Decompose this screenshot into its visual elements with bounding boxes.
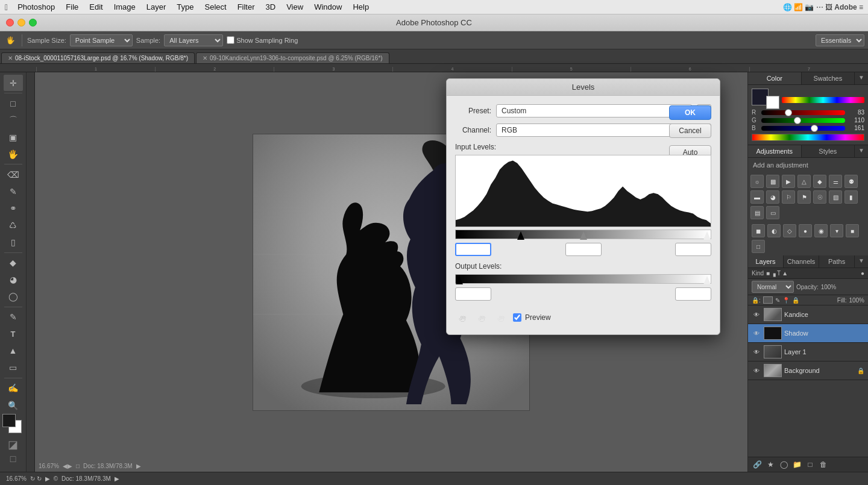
colorlookup-adj-icon[interactable]: ⚑ (797, 190, 811, 204)
move-tool[interactable]: ✛ (4, 75, 23, 91)
layer-item-shadow[interactable]: 👁 Shadow (748, 324, 868, 343)
minimize-button[interactable] (17, 19, 25, 27)
menu-select[interactable]: Select (200, 1, 231, 13)
tab-paths[interactable]: Paths (819, 255, 855, 268)
output-white-field[interactable]: 255 (675, 287, 711, 301)
eye-icon-kandice[interactable]: 👁 (752, 310, 761, 319)
blur-tool[interactable]: ◕ (4, 272, 23, 288)
blend-mode-select[interactable]: Normal Multiply (752, 281, 794, 293)
delete-layer-btn[interactable]: 🗑 (818, 459, 829, 470)
blue-slider-track[interactable] (761, 126, 845, 131)
eye-icon-shadow[interactable]: 👁 (752, 328, 761, 338)
sampling-ring-checkbox[interactable] (227, 36, 234, 44)
zoom-tool[interactable]: 🔍 (4, 397, 23, 413)
adj-2-2-icon[interactable]: ◐ (767, 224, 781, 237)
show-sampling-ring-toggle[interactable]: Show Sampling Ring (227, 36, 298, 44)
eyedropper-tool[interactable]: 🖐 (4, 146, 23, 162)
menu-layer[interactable]: Layer (142, 1, 171, 13)
menu-photoshop[interactable]: Photoshop (13, 1, 60, 13)
threshold-adj-icon[interactable]: ▮ (844, 190, 858, 204)
gradient-tool[interactable]: ◆ (4, 255, 23, 271)
bg-color-display[interactable] (766, 96, 779, 109)
eye-icon-layer1[interactable]: 👁 (752, 347, 761, 357)
add-mask-btn[interactable]: ◯ (778, 459, 789, 470)
input-black-field[interactable]: 253 (455, 243, 491, 256)
exposure-adj-icon[interactable]: △ (797, 175, 811, 188)
adj-2-8-icon[interactable]: □ (752, 240, 765, 253)
tab-1[interactable]: ✕ 08-iStock_000011057163Large.psd @ 16.7… (1, 52, 195, 63)
close-button[interactable] (6, 19, 14, 27)
color-ramp[interactable] (752, 134, 864, 141)
tab-channels[interactable]: Channels (784, 255, 819, 268)
crop-tool[interactable]: ▣ (4, 129, 23, 145)
vibrance-adj-icon[interactable]: ◆ (813, 175, 826, 188)
workspace-select[interactable]: Essentials (816, 34, 864, 46)
curves-adj-icon[interactable]: ▶ (782, 175, 795, 188)
lasso-tool[interactable]: ⌒ (4, 112, 23, 128)
dodge-tool[interactable]: ◯ (4, 289, 23, 305)
eyedropper-gray-button[interactable]: 🖑 (474, 311, 489, 326)
new-layer-btn[interactable]: □ (805, 459, 816, 470)
adj-2-3-icon[interactable]: ◇ (783, 224, 796, 237)
output-black-slider[interactable] (456, 276, 463, 284)
healing-tool[interactable]: ⌫ (4, 166, 23, 183)
selectivecolor-adj-icon[interactable]: ▤ (750, 206, 764, 219)
adj-panel-expand[interactable]: ▼ (855, 145, 868, 157)
menu-file[interactable]: File (61, 1, 83, 13)
filter-type-icon[interactable]: T (777, 270, 781, 277)
screen-mode-icon[interactable]: □ (10, 454, 16, 465)
tab-adjustments[interactable]: Adjustments (748, 145, 802, 157)
layers-panel-expand[interactable]: ▼ (855, 255, 868, 268)
output-gradient-bar[interactable] (455, 274, 711, 284)
bw-adj-icon[interactable]: ▬ (750, 190, 764, 204)
menu-window[interactable]: Window (309, 1, 347, 13)
hsl-adj-icon[interactable]: ⚌ (829, 175, 842, 188)
red-slider-track[interactable] (761, 110, 845, 115)
eyedropper-white-button[interactable]: 🖑 (494, 311, 508, 326)
input-gamma-field[interactable]: 1.00 (565, 243, 602, 256)
history-tool[interactable]: ♺ (4, 217, 23, 233)
layer-item-kandice[interactable]: 👁 Kandice (748, 305, 868, 324)
gradientmap-adj-icon[interactable]: ▭ (766, 206, 779, 219)
tab-color[interactable]: Color (748, 72, 802, 84)
colorbalance-adj-icon[interactable]: ⚉ (844, 175, 858, 188)
green-slider-track[interactable] (761, 118, 845, 123)
layer-item-background[interactable]: 👁 Background 🔒 (748, 361, 868, 380)
quick-mask-icon[interactable]: ◪ (8, 438, 18, 451)
filter-pixel-icon[interactable]: ■ (766, 270, 770, 277)
output-black-field[interactable]: 0 (455, 287, 491, 301)
add-style-btn[interactable]: ★ (765, 459, 776, 470)
tab-2[interactable]: ✕ 09-10KandiceLynn19-306-to-composite.ps… (196, 52, 389, 63)
layer-item-layer1[interactable]: 👁 Layer 1 (748, 343, 868, 361)
menu-view[interactable]: View (281, 1, 308, 13)
filter-shape-icon[interactable]: ▲ (782, 270, 788, 277)
input-gradient-bar[interactable] (455, 230, 711, 239)
menu-help[interactable]: Help (348, 1, 374, 13)
brush-tool[interactable]: ✎ (4, 183, 23, 199)
sample-size-select[interactable]: Point Sample 3 by 3 Average 5 by 5 Avera… (70, 34, 133, 46)
photofilter-adj-icon[interactable]: ◕ (766, 190, 779, 204)
levels-cancel-button[interactable]: Cancel (669, 124, 711, 138)
tab-layers[interactable]: Layers (748, 255, 784, 268)
adj-2-1-icon[interactable]: ◼ (752, 224, 765, 237)
new-group-btn[interactable]: 📁 (791, 459, 802, 470)
input-gamma-slider[interactable] (580, 231, 587, 240)
eraser-tool[interactable]: ▯ (4, 234, 23, 251)
output-white-slider[interactable] (703, 276, 711, 284)
input-white-field[interactable]: 255 (675, 243, 711, 256)
preset-select[interactable]: Custom Default (496, 104, 692, 117)
input-white-slider[interactable] (703, 231, 711, 240)
green-slider-thumb[interactable] (794, 117, 801, 124)
levels-adj-icon[interactable]: ▩ (766, 175, 779, 188)
menu-edit[interactable]: Edit (84, 1, 107, 13)
adj-2-7-icon[interactable]: ■ (846, 224, 859, 237)
lock-position-icon[interactable]: 📍 (782, 297, 790, 304)
clone-tool[interactable]: ⚭ (4, 200, 23, 216)
menu-type[interactable]: Type (172, 1, 198, 13)
maximize-button[interactable] (29, 19, 37, 27)
brightness-adj-icon[interactable]: ☼ (750, 175, 764, 188)
adj-2-6-icon[interactable]: ▾ (830, 224, 843, 237)
adj-2-4-icon[interactable]: ● (799, 224, 812, 237)
posterize-adj-icon[interactable]: ▧ (829, 190, 842, 204)
menu-3d[interactable]: 3D (261, 1, 281, 13)
